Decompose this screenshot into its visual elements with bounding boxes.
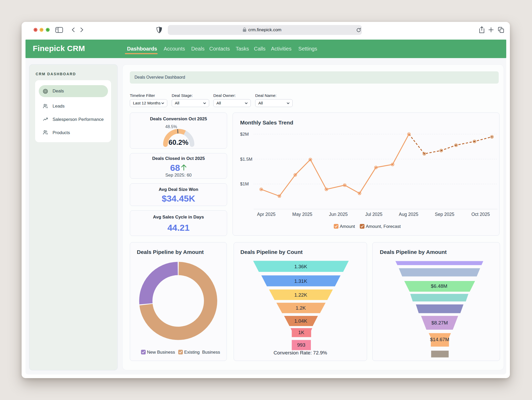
svg-text:Oct 2025: Oct 2025 — [471, 212, 490, 217]
svg-text:$2M: $2M — [240, 132, 249, 137]
svg-text:$1.5M: $1.5M — [240, 157, 252, 162]
svg-text:Jun 2025: Jun 2025 — [329, 212, 348, 217]
svg-text:May 2025: May 2025 — [292, 212, 312, 217]
svg-text:$1M: $1M — [240, 182, 249, 186]
svg-text:Sep 2025: Sep 2025 — [435, 212, 454, 217]
svg-text:Aug 2025: Aug 2025 — [399, 212, 418, 217]
svg-text:Apr 2025: Apr 2025 — [257, 212, 275, 217]
svg-text:Jul 2025: Jul 2025 — [365, 212, 382, 217]
